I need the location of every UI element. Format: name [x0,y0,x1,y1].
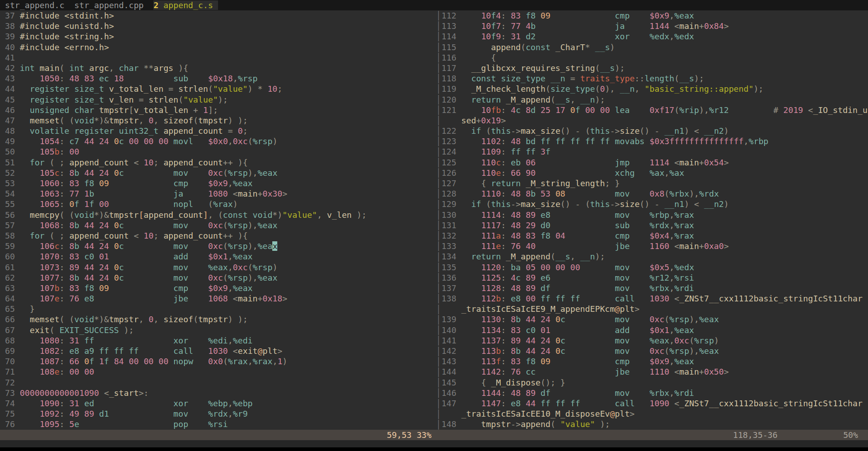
code-row[interactable]: 116 { [441,52,868,63]
code-row[interactable]: 76 1095: 5e pop %rsi [0,419,436,429]
code-row[interactable]: 130 1114: 48 89 e8 mov %rbp,%rax [441,210,868,220]
code-row[interactable]: _traitsIcESaIcEE10_M_disposeEv@plt> [441,409,868,419]
line-number: 115 [441,42,461,52]
code-row[interactable]: 73 0000000000001090 <_start>: [0,388,436,398]
code-row[interactable]: 143 113f: 83 f8 09 cmp $0x9,%eax [441,356,868,366]
code-row[interactable]: 140 1134: 83 c0 01 add $0x1,%eax [441,325,868,335]
code-row[interactable]: 50 105b: 00 [0,146,436,157]
line-number: 142 [441,346,461,356]
code-row[interactable]: 45 register size_t v_len = strlen("value… [0,94,436,105]
code-row[interactable]: 133 111e: 76 40 jbe 1160 <main+0xa0> [441,241,868,251]
tab-bar[interactable]: str_append.c str_append.cpp 2 append_c.s [0,0,868,10]
code-row[interactable]: 53 1060: 83 f8 09 cmp $0x9,%eax [0,178,436,188]
line-number: 114 [441,32,461,41]
code-row[interactable]: 124 1109: ff ff 3f [441,146,868,157]
code-row[interactable]: 117 __glibcxx_requires_string(__s); [441,63,868,73]
code-row[interactable]: 64 107e: 76 e8 jbe 1068 <main+0x18> [0,293,436,304]
code-row[interactable]: 139 1130: 8b 44 24 0c mov 0xc(%rsp),%eax [441,314,868,324]
code-row[interactable]: 138 112b: e8 00 ff ff ff call 1030 <_ZNS… [441,293,868,304]
code-row[interactable]: 136 1125: 4c 89 e6 mov %r12,%rsi [441,272,868,283]
code-row[interactable]: 39 #include <string.h> [0,31,436,42]
code-row[interactable]: 70 1087: 66 0f 1f 84 00 00 00 nopw 0x0(%… [0,356,436,366]
code-row[interactable]: 147 1147: e8 44 ff ff ff call 1090 <_ZNS… [441,398,868,409]
code-row[interactable]: 122 if (this->max_size() - (this->size()… [441,126,868,136]
code-row[interactable]: 135 1120: ba 05 00 00 00 mov $0x5,%edx [441,262,868,272]
code-row[interactable]: 48 volatile register uint32_t append_cou… [0,126,436,136]
code-row[interactable]: 141 1137: 89 44 24 0c mov %eax,0xc(%rsp) [441,335,868,346]
code-row[interactable]: 63 107b: 83 f8 09 cmp $0x9,%eax [0,283,436,293]
code-row[interactable]: 134 return _M_append(__s, __n); [441,251,868,262]
code-row[interactable]: 132 111a: 48 83 f8 04 cmp $0x4,%rax [441,230,868,241]
code-row[interactable]: 58 for ( ; append_count < 10; append_cou… [0,230,436,241]
code-row[interactable]: 75 1092: 49 89 d1 mov %rdx,%r9 [0,409,436,419]
code-row[interactable]: 41 [0,52,436,63]
code-row[interactable]: 145 { _M_dispose(); } [441,377,868,388]
code-row[interactable]: 118 const size_type __n = traits_type::l… [441,73,868,84]
tab-inactive[interactable]: str_append.c str_append.cpp [0,0,153,10]
code-row[interactable]: 146 1144: 48 89 df mov %rbx,%rdi [441,388,868,398]
code-row[interactable]: _traitsIcESaIcEE9_M_appendEPKcm@plt> [441,304,868,314]
code-row[interactable]: 65 } [0,304,436,314]
code-row[interactable]: 55 1065: 0f 1f 00 nopl (%rax) [0,199,436,209]
code-row[interactable]: 142 113b: 8b 44 24 0c mov 0xc(%rsp),%eax [441,346,868,356]
line-number: 65 [0,304,20,314]
code-row[interactable]: 51 for ( ; append_count < 10; append_cou… [0,157,436,168]
code-row[interactable]: 52 105c: 8b 44 24 0c mov 0xc(%rsp),%eax [0,168,436,178]
left-code-pane[interactable]: 37 #include <stdint.h> 38 #include <unis… [0,10,436,430]
code-row[interactable]: 66 memset( (void*)&tmpstr, 0, sizeof(tmp… [0,314,436,324]
code-row[interactable]: 46 unsigned char tmpstr[v_total_len + 1]… [0,105,436,115]
code-row[interactable]: 56 memcpy( (void*)&tmpstr[append_count],… [0,210,436,220]
code-row[interactable]: 113 10f7: 77 4b ja 1144 <main+0x84> [441,21,868,31]
right-code-pane[interactable]: 112 10f4: 83 f8 09 cmp $0x9,%eax113 10f7… [441,10,868,430]
line-number: 42 [0,63,20,73]
code-row[interactable]: 129 if (this->max_size() - (this->size()… [441,199,868,209]
code-row[interactable]: 123 1102: 48 bd ff ff ff ff ff movabs $0… [441,136,868,146]
line-number: 140 [441,325,461,335]
code-row[interactable]: 126 110e: 66 90 xchg %ax,%ax [441,168,868,178]
line-number: 119 [441,84,461,94]
code-row[interactable]: 144 1142: 76 cc jbe 1110 <main+0x50> [441,366,868,377]
code-row[interactable]: 67 exit( EXIT_SUCCESS ); [0,325,436,335]
tab-active[interactable]: 2 [153,0,158,10]
code-row[interactable]: 43 1050: 48 83 ec 18 sub $0x18,%rsp [0,73,436,84]
line-number: 139 [441,315,461,324]
code-row[interactable]: sed+0x19> [441,115,868,126]
code-row[interactable]: 74 1090: 31 ed xor %ebp,%ebp [0,398,436,409]
code-row[interactable]: 40 #include <errno.h> [0,42,436,52]
code-row[interactable]: 60 1070: 83 c0 01 add $0x1,%eax [0,251,436,262]
code-row[interactable]: 115 append(const _CharT* __s) [441,42,868,52]
code-row[interactable]: 127 { return _M_string_length; } [441,178,868,188]
code-row[interactable]: 137 1128: 48 89 df mov %rbx,%rdi [441,283,868,293]
code-row[interactable]: 125 110c: eb 06 jmp 1114 <main+0x54> [441,157,868,168]
code-row[interactable]: 148 tmpstr->append( "value" ); [441,419,868,429]
code-row[interactable]: 72 [0,377,436,388]
code-row[interactable]: 61 1073: 89 44 24 0c mov %eax,0xc(%rsp) [0,262,436,272]
line-number: 73 [0,388,20,398]
code-row[interactable]: 114 10f9: 31 d2 xor %edx,%edx [441,31,868,42]
vertical-split-separator[interactable]: │ │ │ │ │ │ │ │ │ │ │ │ │ │ │ │ │ │ │ │ … [436,10,441,430]
code-row[interactable]: 44 register size_t v_total_len = strlen(… [0,84,436,94]
code-row[interactable]: 71 108e: 00 00 [0,366,436,377]
code-row[interactable]: 112 10f4: 83 f8 09 cmp $0x9,%eax [441,10,868,21]
code-row[interactable]: 47 memset( (void*)&tmpstr, 0, sizeof(tmp… [0,115,436,126]
code-row[interactable]: 119 _M_check_length(size_type(0), __n, "… [441,84,868,94]
code-row[interactable]: 59 106c: 8b 44 24 0c mov 0xc(%rsp),%eax [0,241,436,251]
code-row[interactable]: 131 1117: 48 29 d0 sub %rdx,%rax [441,220,868,230]
command-line[interactable] [0,440,868,447]
code-row[interactable]: 69 1082: e8 a9 ff ff ff call 1030 <exit@… [0,346,436,356]
code-row[interactable]: 62 1077: 8b 44 24 0c mov 0xc(%rsp),%eax [0,272,436,283]
line-number: 131 [441,221,461,230]
code-row[interactable]: 54 1063: 77 1b ja 1080 <main+0x30> [0,188,436,199]
code-row[interactable]: 128 1110: 48 8b 53 08 mov 0x8(%rbx),%rdx [441,188,868,199]
code-row[interactable]: 42 int main( int argc, char **args ){ [0,63,436,73]
code-row[interactable]: 49 1054: c7 44 24 0c 00 00 00 movl $0x0,… [0,136,436,146]
code-row[interactable]: 37 #include <stdint.h> [0,10,436,21]
tab-active[interactable]: append_c.s [158,0,218,10]
code-row[interactable]: 120 return _M_append(__s, __n); [441,94,868,105]
line-number: 143 [441,357,461,366]
code-row[interactable]: 38 #include <unistd.h> [0,21,436,31]
code-row[interactable]: 121 10fb: 4c 8d 25 17 0f 00 00 lea 0xf17… [441,105,868,115]
code-row[interactable]: 57 1068: 8b 44 24 0c mov 0xc(%rsp),%eax [0,220,436,230]
code-row[interactable]: 68 1080: 31 ff xor %edi,%edi [0,335,436,346]
line-number: 113 [441,21,461,31]
